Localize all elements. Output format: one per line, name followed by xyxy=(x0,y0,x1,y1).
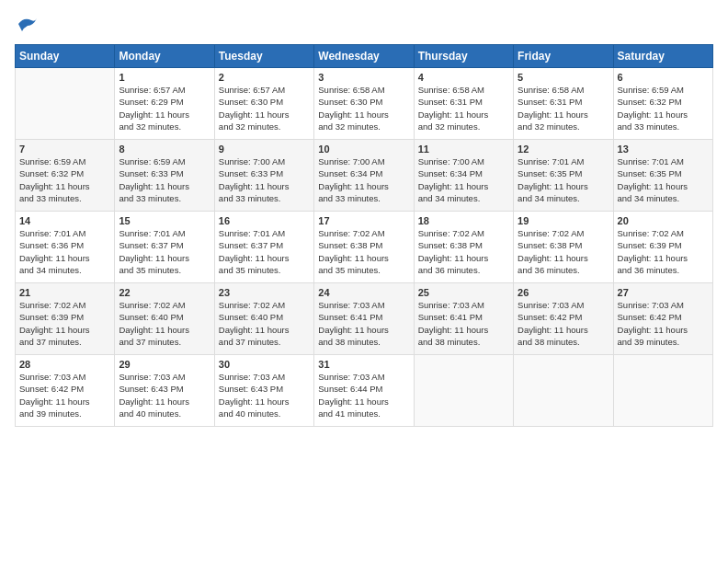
day-header-sunday: Sunday xyxy=(16,45,115,68)
day-info-line: Sunrise: 7:02 AM xyxy=(219,299,310,311)
day-info-line: and 32 minutes. xyxy=(318,121,409,132)
day-info-line: Daylight: 11 hours xyxy=(19,396,110,408)
day-info-line: Sunrise: 7:01 AM xyxy=(19,227,110,239)
calendar-cell: 16Sunrise: 7:01 AMSunset: 6:37 PMDayligh… xyxy=(214,212,313,283)
day-info: Sunrise: 6:59 AMSunset: 6:32 PMDaylight:… xyxy=(618,84,709,132)
calendar-cell: 15Sunrise: 7:01 AMSunset: 6:37 PMDayligh… xyxy=(115,212,214,283)
day-number: 28 xyxy=(19,359,110,370)
day-info-line: Sunset: 6:37 PM xyxy=(219,239,310,251)
day-info-line: Sunrise: 7:00 AM xyxy=(318,155,409,167)
day-info-line: Sunset: 6:32 PM xyxy=(19,167,110,179)
day-number: 21 xyxy=(19,287,110,298)
day-info-line: Sunset: 6:33 PM xyxy=(119,167,210,179)
day-info-line: Sunset: 6:37 PM xyxy=(119,239,210,251)
calendar-week-row: 28Sunrise: 7:03 AMSunset: 6:42 PMDayligh… xyxy=(16,355,713,427)
day-info-line: Sunrise: 7:00 AM xyxy=(418,155,509,167)
day-number: 29 xyxy=(119,359,210,370)
day-info-line: Sunrise: 7:03 AM xyxy=(19,371,110,383)
calendar-cell: 2Sunrise: 6:57 AMSunset: 6:30 PMDaylight… xyxy=(214,68,313,140)
calendar-cell: 3Sunrise: 6:58 AMSunset: 6:30 PMDaylight… xyxy=(314,68,414,140)
day-info: Sunrise: 6:57 AMSunset: 6:30 PMDaylight:… xyxy=(219,84,310,132)
day-info-line: Daylight: 11 hours xyxy=(119,180,210,192)
day-info: Sunrise: 6:58 AMSunset: 6:30 PMDaylight:… xyxy=(318,84,409,132)
day-info-line: Sunset: 6:30 PM xyxy=(318,96,409,108)
day-info-line: Sunset: 6:41 PM xyxy=(418,311,509,323)
day-info-line: Daylight: 11 hours xyxy=(219,180,310,192)
day-info-line: Daylight: 11 hours xyxy=(418,252,509,264)
day-info: Sunrise: 7:01 AMSunset: 6:35 PMDaylight:… xyxy=(518,155,609,204)
day-info-line: Sunset: 6:40 PM xyxy=(119,311,210,323)
day-info-line: Daylight: 11 hours xyxy=(19,252,110,264)
calendar-cell: 17Sunrise: 7:02 AMSunset: 6:38 PMDayligh… xyxy=(314,212,414,283)
day-number: 14 xyxy=(19,215,110,226)
calendar-cell: 30Sunrise: 7:03 AMSunset: 6:43 PMDayligh… xyxy=(214,355,313,427)
calendar-cell: 22Sunrise: 7:02 AMSunset: 6:40 PMDayligh… xyxy=(115,283,214,355)
day-info-line: Sunset: 6:33 PM xyxy=(219,167,310,179)
header-row: SundayMondayTuesdayWednesdayThursdayFrid… xyxy=(16,45,713,68)
calendar-week-row: 1Sunrise: 6:57 AMSunset: 6:29 PMDaylight… xyxy=(16,68,713,140)
calendar-cell: 13Sunrise: 7:01 AMSunset: 6:35 PMDayligh… xyxy=(613,140,712,212)
day-info-line: and 38 minutes. xyxy=(318,336,409,348)
page-container: SundayMondayTuesdayWednesdayThursdayFrid… xyxy=(0,0,728,434)
day-info-line: Sunset: 6:38 PM xyxy=(418,239,509,251)
day-info-line: Sunrise: 6:57 AM xyxy=(219,84,310,96)
day-info-line: Sunrise: 7:02 AM xyxy=(618,227,709,239)
calendar-cell xyxy=(414,355,513,427)
day-info-line: Daylight: 11 hours xyxy=(119,396,210,408)
day-info: Sunrise: 7:03 AMSunset: 6:42 PMDaylight:… xyxy=(19,371,110,419)
day-info-line: Sunrise: 7:01 AM xyxy=(618,155,709,167)
day-info-line: Sunrise: 7:02 AM xyxy=(518,227,609,239)
day-info-line: and 32 minutes. xyxy=(119,121,210,132)
calendar-cell: 25Sunrise: 7:03 AMSunset: 6:41 PMDayligh… xyxy=(414,283,513,355)
day-info-line: Sunrise: 7:03 AM xyxy=(119,371,210,383)
day-number: 25 xyxy=(418,287,509,298)
day-info-line: Daylight: 11 hours xyxy=(318,180,409,192)
day-info-line: Sunrise: 7:02 AM xyxy=(318,227,409,239)
day-info: Sunrise: 7:03 AMSunset: 6:41 PMDaylight:… xyxy=(318,299,409,348)
calendar-cell: 12Sunrise: 7:01 AMSunset: 6:35 PMDayligh… xyxy=(514,140,613,212)
day-info: Sunrise: 7:02 AMSunset: 6:40 PMDaylight:… xyxy=(219,299,310,348)
day-info-line: and 41 minutes. xyxy=(318,408,409,419)
day-info-line: Daylight: 11 hours xyxy=(119,324,210,336)
calendar-cell: 9Sunrise: 7:00 AMSunset: 6:33 PMDaylight… xyxy=(214,140,313,212)
day-number: 20 xyxy=(618,215,709,226)
day-info-line: Sunrise: 7:02 AM xyxy=(19,299,110,311)
day-info-line: Sunset: 6:38 PM xyxy=(518,239,609,251)
day-info-line: Sunrise: 6:59 AM xyxy=(119,155,210,167)
day-info-line: and 33 minutes. xyxy=(318,192,409,204)
day-number: 22 xyxy=(119,287,210,298)
calendar-cell: 7Sunrise: 6:59 AMSunset: 6:32 PMDaylight… xyxy=(16,140,115,212)
day-info-line: Sunset: 6:43 PM xyxy=(119,383,210,395)
day-info: Sunrise: 6:59 AMSunset: 6:33 PMDaylight:… xyxy=(119,155,210,204)
day-info-line: Sunset: 6:44 PM xyxy=(318,383,409,395)
day-info-line: and 37 minutes. xyxy=(19,336,110,348)
calendar-cell: 28Sunrise: 7:03 AMSunset: 6:42 PMDayligh… xyxy=(16,355,115,427)
day-info-line: Sunrise: 7:03 AM xyxy=(318,371,409,383)
day-info-line: Daylight: 11 hours xyxy=(318,324,409,336)
calendar-cell: 19Sunrise: 7:02 AMSunset: 6:38 PMDayligh… xyxy=(514,212,613,283)
day-info-line: Daylight: 11 hours xyxy=(318,396,409,408)
day-number: 26 xyxy=(518,287,609,298)
day-info-line: and 38 minutes. xyxy=(518,336,609,348)
calendar-cell: 1Sunrise: 6:57 AMSunset: 6:29 PMDaylight… xyxy=(115,68,214,140)
calendar-cell: 27Sunrise: 7:03 AMSunset: 6:42 PMDayligh… xyxy=(613,283,712,355)
day-info-line: and 32 minutes. xyxy=(518,121,609,132)
day-info-line: Sunrise: 6:59 AM xyxy=(618,84,709,96)
day-info-line: Sunrise: 7:02 AM xyxy=(418,227,509,239)
day-header-saturday: Saturday xyxy=(613,45,712,68)
calendar-cell: 11Sunrise: 7:00 AMSunset: 6:34 PMDayligh… xyxy=(414,140,513,212)
calendar-cell xyxy=(16,68,115,140)
day-number: 16 xyxy=(219,215,310,226)
day-number: 18 xyxy=(418,215,509,226)
day-number: 7 xyxy=(19,144,110,155)
day-info-line: and 33 minutes. xyxy=(219,192,310,204)
day-info-line: Daylight: 11 hours xyxy=(219,324,310,336)
day-number: 13 xyxy=(618,144,709,155)
day-info-line: Sunset: 6:35 PM xyxy=(618,167,709,179)
calendar-cell: 4Sunrise: 6:58 AMSunset: 6:31 PMDaylight… xyxy=(414,68,513,140)
day-info-line: Sunset: 6:36 PM xyxy=(19,239,110,251)
day-info-line: Daylight: 11 hours xyxy=(219,252,310,264)
day-header-thursday: Thursday xyxy=(414,45,513,68)
day-info-line: Sunrise: 7:03 AM xyxy=(318,299,409,311)
day-info: Sunrise: 7:02 AMSunset: 6:39 PMDaylight:… xyxy=(19,299,110,348)
